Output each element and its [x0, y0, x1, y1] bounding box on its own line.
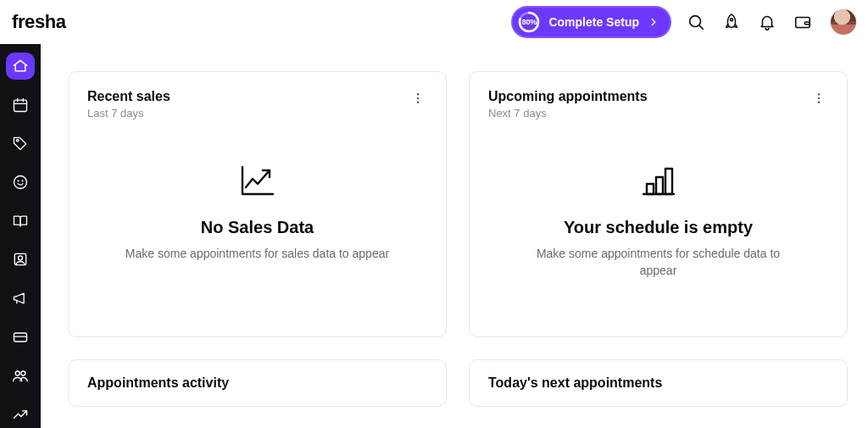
- svg-point-10: [17, 140, 19, 142]
- setup-progress-ring-icon: 80%: [518, 11, 540, 33]
- card-subtitle: Next 7 days: [488, 107, 648, 120]
- setup-label: Complete Setup: [548, 15, 639, 29]
- sidebar-item-team[interactable]: [6, 363, 35, 390]
- card-subtitle: Last 7 days: [87, 107, 170, 120]
- svg-point-12: [18, 181, 19, 181]
- card-header: Appointments activity: [87, 375, 427, 391]
- svg-point-15: [19, 256, 23, 260]
- header-icons: [685, 9, 856, 35]
- sidebar-item-calendar[interactable]: [6, 92, 35, 119]
- line-chart-icon: [241, 165, 275, 199]
- svg-point-19: [21, 371, 25, 375]
- card-upcoming-appointments: Upcoming appointments Next 7 days Your: [469, 71, 848, 337]
- empty-title: Your schedule is empty: [564, 218, 753, 237]
- setup-progress-label: 80%: [522, 18, 537, 26]
- svg-point-22: [417, 102, 419, 103]
- card-menu-button[interactable]: [409, 89, 427, 108]
- rocket-icon[interactable]: [721, 11, 743, 33]
- card-title: Upcoming appointments: [488, 89, 648, 104]
- chevron-right-icon: [648, 16, 659, 28]
- empty-desc: Make some appointments for sales data to…: [125, 246, 389, 263]
- search-icon[interactable]: [685, 11, 707, 33]
- svg-point-4: [731, 19, 733, 21]
- card-todays-next: Today's next appointments: [469, 359, 848, 407]
- card-header: Upcoming appointments Next 7 days: [488, 89, 828, 120]
- empty-desc: Make some appointments for schedule data…: [523, 246, 794, 279]
- brand-logo[interactable]: fresha: [12, 11, 66, 33]
- sidebar-item-tag[interactable]: [6, 130, 35, 157]
- sidebar-item-clients[interactable]: [6, 247, 35, 274]
- sidebar: [0, 44, 41, 428]
- svg-point-24: [818, 97, 820, 99]
- empty-state: Your schedule is empty Make some appoint…: [488, 120, 828, 320]
- svg-rect-27: [647, 184, 654, 194]
- card-title-block: Upcoming appointments Next 7 days: [488, 89, 648, 120]
- sidebar-item-feedback[interactable]: [6, 169, 35, 196]
- empty-state: No Sales Data Make some appointments for…: [87, 120, 427, 303]
- sidebar-item-home[interactable]: [6, 53, 35, 80]
- card-title: Appointments activity: [87, 375, 229, 391]
- more-vertical-icon: [411, 92, 425, 105]
- more-vertical-icon: [812, 92, 826, 105]
- svg-point-21: [417, 97, 419, 99]
- main-content: Recent sales Last 7 days No Sales Data M…: [41, 44, 868, 428]
- svg-point-25: [818, 102, 820, 103]
- card-header: Recent sales Last 7 days: [87, 89, 427, 120]
- sidebar-item-reports[interactable]: [6, 401, 35, 428]
- svg-line-3: [699, 25, 703, 29]
- svg-point-18: [15, 371, 19, 375]
- svg-rect-6: [14, 100, 27, 111]
- app-header: fresha 80% Complete Setup: [0, 0, 868, 44]
- wallet-icon[interactable]: [792, 11, 814, 33]
- empty-title: No Sales Data: [201, 218, 314, 237]
- avatar[interactable]: [831, 9, 856, 35]
- svg-rect-28: [656, 177, 663, 194]
- card-menu-button[interactable]: [810, 89, 828, 108]
- dashboard-grid: Recent sales Last 7 days No Sales Data M…: [68, 71, 848, 407]
- card-title: Today's next appointments: [488, 375, 662, 391]
- svg-rect-29: [665, 169, 672, 194]
- sidebar-item-catalog[interactable]: [6, 208, 35, 235]
- svg-point-23: [818, 93, 820, 95]
- svg-point-20: [417, 93, 419, 95]
- sidebar-item-payments[interactable]: [6, 324, 35, 351]
- card-title: Recent sales: [87, 89, 170, 104]
- card-header: Today's next appointments: [488, 375, 828, 391]
- card-appointments-activity: Appointments activity: [68, 359, 447, 407]
- svg-point-11: [14, 175, 27, 188]
- svg-rect-16: [14, 333, 27, 342]
- sidebar-item-marketing[interactable]: [6, 285, 35, 312]
- bar-chart-icon: [642, 165, 676, 199]
- card-title-block: Recent sales Last 7 days: [87, 89, 170, 120]
- bell-icon[interactable]: [756, 11, 778, 33]
- card-recent-sales: Recent sales Last 7 days No Sales Data M…: [68, 71, 447, 337]
- svg-point-13: [22, 181, 23, 181]
- complete-setup-button[interactable]: 80% Complete Setup: [511, 6, 671, 38]
